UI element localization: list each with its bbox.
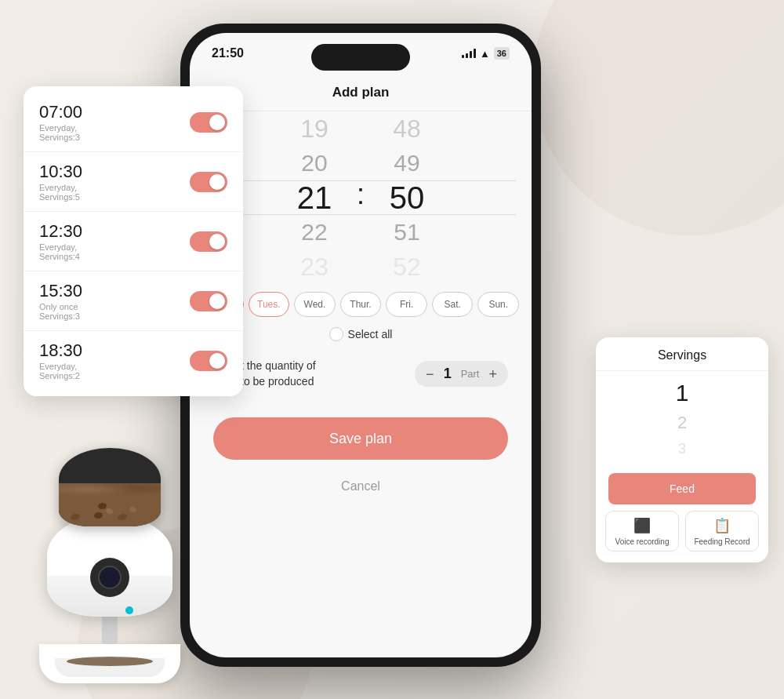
toggle-4[interactable] xyxy=(190,291,227,311)
schedule-item-2: 10:30 Everyday,Servings:5 xyxy=(24,152,243,212)
camera-lens xyxy=(98,566,122,589)
servings-title: Servings xyxy=(596,337,768,371)
schedule-item-1: 07:00 Everyday,Servings:3 xyxy=(24,93,243,152)
serving-num-3: 3 xyxy=(678,437,686,461)
minute-48: 48 xyxy=(368,111,446,146)
stepper-plus[interactable]: + xyxy=(488,367,497,381)
minute-selected: 50 xyxy=(368,180,446,215)
wifi-icon: ▲ xyxy=(480,48,490,60)
minute-51: 51 xyxy=(368,215,446,249)
hour-22: 22 xyxy=(275,215,354,249)
schedule-info-3: 12:30 Everyday,Servings:4 xyxy=(39,221,82,261)
feeding-record-button[interactable]: 📋 Feeding Record xyxy=(685,511,759,552)
led-indicator xyxy=(125,606,133,614)
voice-icon: ⬛ xyxy=(633,517,651,534)
schedule-info-4: 15:30 Only onceServings:3 xyxy=(39,281,82,321)
minute-column[interactable]: 48 49 50 51 52 xyxy=(368,111,446,284)
schedule-info-2: 10:30 Everyday,Servings:5 xyxy=(39,162,82,202)
hour-20: 20 xyxy=(275,146,354,180)
hour-19: 19 xyxy=(275,111,354,146)
select-all-checkbox[interactable] xyxy=(329,327,343,341)
feeder-stand xyxy=(102,613,118,644)
schedule-item-3: 12:30 Everyday,Servings:4 xyxy=(24,212,243,271)
feeding-record-label: Feeding Record xyxy=(694,537,750,546)
hour-column[interactable]: 19 20 21 22 23 xyxy=(275,111,354,284)
minute-52: 52 xyxy=(368,249,446,284)
day-tues[interactable]: Tues. xyxy=(249,292,290,317)
schedule-meta-4: Only onceServings:3 xyxy=(39,302,82,321)
status-icons: ▲ 36 xyxy=(462,47,510,60)
minute-49: 49 xyxy=(368,146,446,180)
feed-button[interactable]: Feed xyxy=(608,473,756,504)
schedule-time-2: 10:30 xyxy=(39,162,82,182)
battery-icon: 36 xyxy=(494,47,510,60)
select-all-label: Select all xyxy=(348,328,393,340)
schedule-card: 07:00 Everyday,Servings:3 10:30 Everyday… xyxy=(24,86,243,396)
schedule-item-5: 18:30 Everyday,Servings:2 xyxy=(24,331,243,390)
hour-23: 23 xyxy=(275,249,354,284)
signal-icon xyxy=(462,49,476,58)
stepper-value: 1 xyxy=(444,366,452,382)
schedule-time-1: 07:00 xyxy=(39,102,82,122)
toggle-5[interactable] xyxy=(190,351,227,371)
voice-recording-button[interactable]: ⬛ Voice recording xyxy=(605,511,679,552)
stepper-minus[interactable]: − xyxy=(426,367,434,381)
bowl-food xyxy=(67,657,153,666)
time-separator: : xyxy=(357,178,365,211)
serving-num-2: 2 xyxy=(677,409,687,437)
day-fri[interactable]: Fri. xyxy=(386,292,427,317)
schedule-item-4: 15:30 Only onceServings:3 xyxy=(24,271,243,331)
day-sat[interactable]: Sat. xyxy=(432,292,474,317)
schedule-time-3: 12:30 xyxy=(39,221,82,242)
pet-feeder xyxy=(24,464,196,683)
schedule-time-5: 18:30 xyxy=(39,340,82,361)
feeder-camera xyxy=(90,558,129,597)
page-title: Add plan xyxy=(332,85,390,100)
status-time: 21:50 xyxy=(212,46,244,60)
bowl-base xyxy=(39,644,180,683)
voice-recording-label: Voice recording xyxy=(615,537,670,546)
feeder-hopper xyxy=(59,448,161,526)
stepper-unit: Part xyxy=(461,368,480,380)
serving-num-1: 1 xyxy=(676,377,689,409)
hour-selected: 21 xyxy=(275,180,354,215)
record-icon: 📋 xyxy=(713,517,731,534)
phone-notch xyxy=(311,44,410,71)
quantity-stepper[interactable]: − 1 Part + xyxy=(415,361,508,387)
toggle-2[interactable] xyxy=(190,172,227,192)
cancel-button[interactable]: Cancel xyxy=(190,469,532,504)
servings-card: Servings 1 2 3 Feed ⬛ Voice recording 📋 … xyxy=(596,337,768,562)
toggle-1[interactable] xyxy=(190,112,227,133)
day-thur[interactable]: Thur. xyxy=(340,292,382,317)
save-plan-button[interactable]: Save plan xyxy=(213,417,508,460)
schedule-meta-5: Everyday,Servings:2 xyxy=(39,362,82,380)
schedule-time-4: 15:30 xyxy=(39,281,82,301)
schedule-meta-1: Everyday,Servings:3 xyxy=(39,123,82,142)
schedule-meta-3: Everyday,Servings:4 xyxy=(39,242,82,261)
toggle-3[interactable] xyxy=(190,231,227,252)
servings-picker[interactable]: 1 2 3 xyxy=(596,371,768,467)
schedule-info-5: 18:30 Everyday,Servings:2 xyxy=(39,340,82,380)
day-wed[interactable]: Wed. xyxy=(294,292,336,317)
day-sun[interactable]: Sun. xyxy=(477,292,519,317)
schedule-info-1: 07:00 Everyday,Servings:3 xyxy=(39,102,82,142)
schedule-meta-2: Everyday,Servings:5 xyxy=(39,183,82,202)
servings-actions: ⬛ Voice recording 📋 Feeding Record xyxy=(596,511,768,562)
